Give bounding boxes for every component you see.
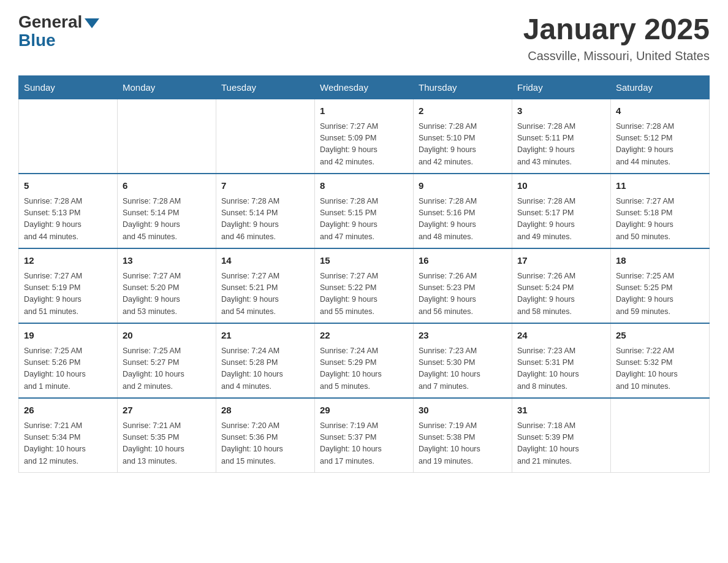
day-number: 10 xyxy=(517,179,605,193)
page-header: General Blue January 2025 Cassville, Mis… xyxy=(18,12,710,63)
day-info: Sunrise: 7:28 AMSunset: 5:16 PMDaylight:… xyxy=(419,196,507,243)
title-section: January 2025 Cassville, Missouri, United… xyxy=(523,12,710,63)
calendar-cell: 19Sunrise: 7:25 AMSunset: 5:26 PMDayligh… xyxy=(19,323,118,398)
day-info: Sunrise: 7:25 AMSunset: 5:25 PMDaylight:… xyxy=(616,270,704,318)
calendar-cell: 17Sunrise: 7:26 AMSunset: 5:24 PMDayligh… xyxy=(512,248,611,323)
calendar-cell: 28Sunrise: 7:20 AMSunset: 5:36 PMDayligh… xyxy=(216,398,315,473)
day-number: 16 xyxy=(419,254,507,268)
calendar-header-sunday: Sunday xyxy=(19,76,118,99)
day-info: Sunrise: 7:21 AMSunset: 5:35 PMDaylight:… xyxy=(123,420,211,468)
day-info: Sunrise: 7:27 AMSunset: 5:19 PMDaylight:… xyxy=(24,270,112,318)
calendar-cell: 26Sunrise: 7:21 AMSunset: 5:34 PMDayligh… xyxy=(19,398,118,473)
day-number: 30 xyxy=(419,404,507,418)
calendar-header-friday: Friday xyxy=(512,76,611,99)
calendar-cell xyxy=(216,99,315,174)
location-text: Cassville, Missouri, United States xyxy=(523,49,710,63)
calendar-cell: 5Sunrise: 7:28 AMSunset: 5:13 PMDaylight… xyxy=(19,174,118,248)
day-number: 21 xyxy=(221,329,309,343)
day-info: Sunrise: 7:28 AMSunset: 5:10 PMDaylight:… xyxy=(419,121,507,169)
calendar-cell: 31Sunrise: 7:18 AMSunset: 5:39 PMDayligh… xyxy=(512,398,611,473)
day-info: Sunrise: 7:28 AMSunset: 5:14 PMDaylight:… xyxy=(123,196,211,243)
day-number: 1 xyxy=(320,104,408,118)
calendar-cell: 24Sunrise: 7:23 AMSunset: 5:31 PMDayligh… xyxy=(512,323,611,398)
calendar-week-row: 12Sunrise: 7:27 AMSunset: 5:19 PMDayligh… xyxy=(19,248,710,323)
day-number: 2 xyxy=(419,104,507,118)
day-number: 5 xyxy=(24,179,112,193)
day-number: 28 xyxy=(221,404,309,418)
day-info: Sunrise: 7:27 AMSunset: 5:21 PMDaylight:… xyxy=(221,270,309,318)
calendar-cell: 10Sunrise: 7:28 AMSunset: 5:17 PMDayligh… xyxy=(512,174,611,248)
day-info: Sunrise: 7:19 AMSunset: 5:38 PMDaylight:… xyxy=(419,420,507,468)
day-number: 3 xyxy=(517,104,605,118)
calendar-cell: 8Sunrise: 7:28 AMSunset: 5:15 PMDaylight… xyxy=(315,174,414,248)
day-number: 26 xyxy=(24,404,112,418)
day-number: 20 xyxy=(123,329,211,343)
day-number: 7 xyxy=(221,179,309,193)
calendar-table: SundayMondayTuesdayWednesdayThursdayFrid… xyxy=(18,75,710,473)
day-number: 11 xyxy=(616,179,704,193)
calendar-cell: 14Sunrise: 7:27 AMSunset: 5:21 PMDayligh… xyxy=(216,248,315,323)
day-info: Sunrise: 7:28 AMSunset: 5:11 PMDaylight:… xyxy=(517,121,605,169)
logo-blue-text: Blue xyxy=(18,31,56,50)
calendar-week-row: 1Sunrise: 7:27 AMSunset: 5:09 PMDaylight… xyxy=(19,99,710,174)
calendar-header-thursday: Thursday xyxy=(414,76,512,99)
day-number: 9 xyxy=(419,179,507,193)
day-number: 31 xyxy=(517,404,605,418)
logo-arrow-icon xyxy=(85,18,99,28)
day-info: Sunrise: 7:24 AMSunset: 5:28 PMDaylight:… xyxy=(221,345,309,393)
day-info: Sunrise: 7:23 AMSunset: 5:31 PMDaylight:… xyxy=(517,345,605,393)
month-title: January 2025 xyxy=(523,12,710,46)
day-number: 24 xyxy=(517,329,605,343)
day-info: Sunrise: 7:23 AMSunset: 5:30 PMDaylight:… xyxy=(419,345,507,393)
calendar-header-saturday: Saturday xyxy=(611,76,710,99)
calendar-cell: 3Sunrise: 7:28 AMSunset: 5:11 PMDaylight… xyxy=(512,99,611,174)
day-number: 17 xyxy=(517,254,605,268)
calendar-cell xyxy=(611,398,710,473)
day-info: Sunrise: 7:18 AMSunset: 5:39 PMDaylight:… xyxy=(517,420,605,468)
logo-general-text: General xyxy=(18,12,82,32)
day-info: Sunrise: 7:19 AMSunset: 5:37 PMDaylight:… xyxy=(320,420,408,468)
day-number: 14 xyxy=(221,254,309,268)
day-info: Sunrise: 7:24 AMSunset: 5:29 PMDaylight:… xyxy=(320,345,408,393)
calendar-cell xyxy=(19,99,118,174)
day-number: 19 xyxy=(24,329,112,343)
calendar-cell: 7Sunrise: 7:28 AMSunset: 5:14 PMDaylight… xyxy=(216,174,315,248)
calendar-cell: 4Sunrise: 7:28 AMSunset: 5:12 PMDaylight… xyxy=(611,99,710,174)
calendar-cell: 27Sunrise: 7:21 AMSunset: 5:35 PMDayligh… xyxy=(118,398,216,473)
day-info: Sunrise: 7:27 AMSunset: 5:22 PMDaylight:… xyxy=(320,270,408,318)
calendar-cell: 2Sunrise: 7:28 AMSunset: 5:10 PMDaylight… xyxy=(414,99,512,174)
day-number: 22 xyxy=(320,329,408,343)
day-number: 15 xyxy=(320,254,408,268)
calendar-week-row: 19Sunrise: 7:25 AMSunset: 5:26 PMDayligh… xyxy=(19,323,710,398)
calendar-cell: 12Sunrise: 7:27 AMSunset: 5:19 PMDayligh… xyxy=(19,248,118,323)
day-info: Sunrise: 7:27 AMSunset: 5:09 PMDaylight:… xyxy=(320,121,408,169)
day-info: Sunrise: 7:28 AMSunset: 5:12 PMDaylight:… xyxy=(616,121,704,169)
calendar-cell: 6Sunrise: 7:28 AMSunset: 5:14 PMDaylight… xyxy=(118,174,216,248)
calendar-cell: 29Sunrise: 7:19 AMSunset: 5:37 PMDayligh… xyxy=(315,398,414,473)
day-info: Sunrise: 7:28 AMSunset: 5:17 PMDaylight:… xyxy=(517,196,605,243)
day-info: Sunrise: 7:28 AMSunset: 5:13 PMDaylight:… xyxy=(24,196,112,243)
day-info: Sunrise: 7:25 AMSunset: 5:26 PMDaylight:… xyxy=(24,345,112,393)
day-number: 25 xyxy=(616,329,704,343)
day-info: Sunrise: 7:25 AMSunset: 5:27 PMDaylight:… xyxy=(123,345,211,393)
calendar-cell: 13Sunrise: 7:27 AMSunset: 5:20 PMDayligh… xyxy=(118,248,216,323)
calendar-header-monday: Monday xyxy=(118,76,216,99)
day-info: Sunrise: 7:28 AMSunset: 5:14 PMDaylight:… xyxy=(221,196,309,243)
day-info: Sunrise: 7:20 AMSunset: 5:36 PMDaylight:… xyxy=(221,420,309,468)
calendar-cell: 21Sunrise: 7:24 AMSunset: 5:28 PMDayligh… xyxy=(216,323,315,398)
calendar-cell: 18Sunrise: 7:25 AMSunset: 5:25 PMDayligh… xyxy=(611,248,710,323)
calendar-week-row: 5Sunrise: 7:28 AMSunset: 5:13 PMDaylight… xyxy=(19,174,710,248)
day-info: Sunrise: 7:26 AMSunset: 5:23 PMDaylight:… xyxy=(419,270,507,318)
calendar-cell: 23Sunrise: 7:23 AMSunset: 5:30 PMDayligh… xyxy=(414,323,512,398)
day-number: 4 xyxy=(616,104,704,118)
day-info: Sunrise: 7:28 AMSunset: 5:15 PMDaylight:… xyxy=(320,196,408,243)
logo: General Blue xyxy=(18,12,99,50)
day-info: Sunrise: 7:22 AMSunset: 5:32 PMDaylight:… xyxy=(616,345,704,393)
day-info: Sunrise: 7:26 AMSunset: 5:24 PMDaylight:… xyxy=(517,270,605,318)
calendar-cell: 25Sunrise: 7:22 AMSunset: 5:32 PMDayligh… xyxy=(611,323,710,398)
day-number: 8 xyxy=(320,179,408,193)
day-number: 23 xyxy=(419,329,507,343)
calendar-cell: 22Sunrise: 7:24 AMSunset: 5:29 PMDayligh… xyxy=(315,323,414,398)
calendar-cell: 16Sunrise: 7:26 AMSunset: 5:23 PMDayligh… xyxy=(414,248,512,323)
calendar-cell: 1Sunrise: 7:27 AMSunset: 5:09 PMDaylight… xyxy=(315,99,414,174)
